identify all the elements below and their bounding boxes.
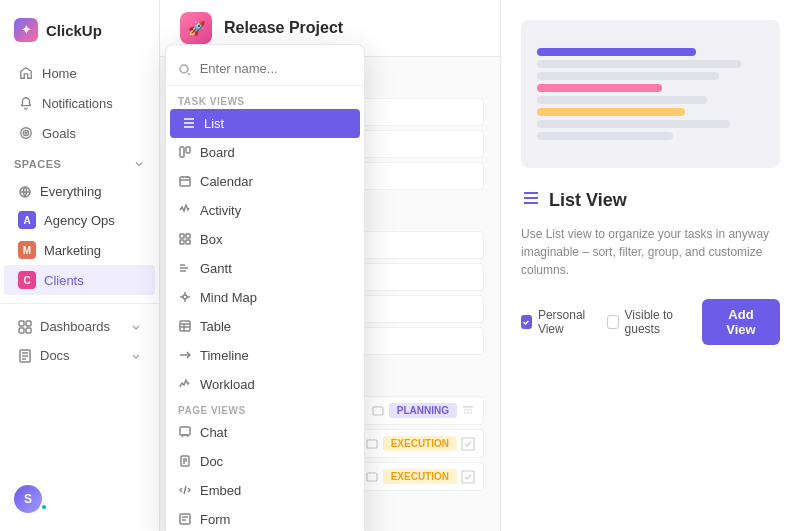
view-list[interactable]: List (170, 109, 360, 138)
svg-rect-15 (180, 147, 184, 157)
nav-goals[interactable]: Goals (4, 118, 155, 148)
svg-rect-12 (367, 473, 377, 481)
project-icon: 🚀 (180, 12, 212, 44)
nav-home-label: Home (42, 66, 77, 81)
list-view-icon (521, 188, 541, 213)
svg-rect-10 (367, 440, 377, 448)
space-everything[interactable]: Everything (4, 178, 155, 205)
view-embed[interactable]: Embed (166, 476, 364, 505)
task-views-label: TASK VIEWS (166, 90, 364, 109)
list-icon (182, 117, 196, 129)
visible-guests-checkbox[interactable] (607, 315, 618, 329)
preview-bar-5 (537, 96, 707, 104)
target-icon (18, 125, 34, 141)
logo-icon: ✦ (14, 18, 38, 42)
view-box-label: Box (200, 232, 222, 247)
table-icon (178, 320, 192, 332)
page-views-label: PAGE VIEWS (166, 399, 364, 418)
svg-rect-16 (186, 147, 190, 153)
form-icon (178, 513, 192, 525)
view-board-label: Board (200, 145, 235, 160)
nav-notifications[interactable]: Notifications (4, 88, 155, 118)
visible-guests-row[interactable]: Visible to guests (607, 308, 692, 336)
chat-icon (178, 426, 192, 438)
doc-icon (178, 455, 192, 467)
svg-rect-9 (373, 407, 383, 415)
view-box[interactable]: Box (166, 225, 364, 254)
preview-bar-7 (537, 120, 730, 128)
view-list-label: List (204, 116, 224, 131)
list-view-header: List View (521, 180, 780, 213)
preview-bar-2 (537, 60, 741, 68)
personal-view-label: Personal View (538, 308, 597, 336)
dropdown-menu: TASK VIEWS List Board Calendar Activity … (165, 44, 365, 531)
view-calendar-label: Calendar (200, 174, 253, 189)
view-chat-label: Chat (200, 425, 227, 440)
task-tag: PLANNING (389, 403, 457, 418)
right-panel: List View Use List view to organize your… (500, 0, 800, 531)
svg-point-14 (180, 65, 188, 73)
space-everything-label: Everything (40, 184, 101, 199)
view-activity[interactable]: Activity (166, 196, 364, 225)
preview-bar-3 (537, 72, 719, 80)
svg-rect-26 (180, 514, 190, 524)
list-view-description: Use List view to organize your tasks in … (521, 225, 780, 279)
logo-text: ClickUp (46, 22, 102, 39)
view-board[interactable]: Board (166, 138, 364, 167)
nav-home[interactable]: Home (4, 58, 155, 88)
task-tag: EXECUTION (383, 436, 457, 451)
agency-ops-avatar: A (18, 211, 36, 229)
spaces-list: Everything A Agency Ops M Marketing C Cl… (0, 178, 159, 295)
workload-icon (178, 378, 192, 390)
view-form-label: Form (200, 512, 230, 527)
user-status-dot (40, 503, 48, 511)
view-form[interactable]: Form (166, 505, 364, 531)
list-view-title: List View (549, 190, 627, 211)
view-workload[interactable]: Workload (166, 370, 364, 399)
user-avatar[interactable]: S (14, 485, 42, 513)
list-preview-area (521, 20, 780, 168)
personal-view-row[interactable]: Personal View (521, 308, 597, 336)
view-mind-map[interactable]: Mind Map (166, 283, 364, 312)
nav-docs[interactable]: Docs (4, 341, 155, 370)
svg-rect-6 (19, 328, 24, 333)
box-icon (178, 233, 192, 245)
view-timeline[interactable]: Timeline (166, 341, 364, 370)
space-marketing[interactable]: M Marketing (4, 235, 155, 265)
svg-rect-13 (462, 471, 474, 483)
svg-rect-5 (26, 321, 31, 326)
nav-dashboards-label: Dashboards (40, 319, 110, 334)
bell-icon (18, 95, 34, 111)
gantt-icon (178, 262, 192, 274)
sidebar-bottom: Dashboards Docs (0, 303, 159, 370)
preview-bar-4 (537, 84, 662, 92)
list-preview (537, 36, 764, 152)
view-doc-label: Doc (200, 454, 223, 469)
space-clients[interactable]: C Clients (4, 265, 155, 295)
space-agency-ops[interactable]: A Agency Ops (4, 205, 155, 235)
logo: ✦ ClickUp (0, 10, 159, 58)
view-calendar[interactable]: Calendar (166, 167, 364, 196)
view-embed-label: Embed (200, 483, 241, 498)
add-view-button[interactable]: Add View (702, 299, 780, 345)
board-icon (178, 146, 192, 158)
view-timeline-label: Timeline (200, 348, 249, 363)
view-doc[interactable]: Doc (166, 447, 364, 476)
preview-bar-1 (537, 48, 696, 56)
svg-rect-19 (186, 234, 190, 238)
view-gantt[interactable]: Gantt (166, 254, 364, 283)
view-table-label: Table (200, 319, 231, 334)
spaces-section: Spaces (0, 148, 159, 174)
view-chat[interactable]: Chat (166, 418, 364, 447)
svg-rect-24 (180, 427, 190, 435)
user-footer: S (0, 477, 160, 521)
dropdown-search-input[interactable] (200, 61, 352, 76)
nav-dashboards[interactable]: Dashboards (4, 312, 155, 341)
spaces-header: Spaces (14, 158, 145, 170)
view-table[interactable]: Table (166, 312, 364, 341)
project-title: Release Project (224, 19, 343, 37)
svg-rect-23 (180, 321, 190, 331)
preview-bar-6 (537, 108, 685, 116)
personal-view-checkbox[interactable] (521, 315, 532, 329)
space-clients-label: Clients (44, 273, 84, 288)
